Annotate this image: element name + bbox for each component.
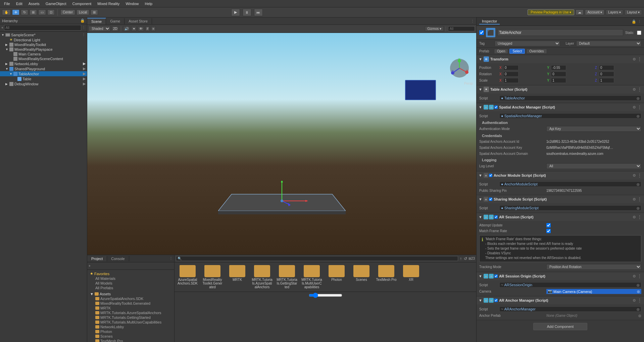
play-button[interactable]: ▶	[231, 9, 240, 16]
scene-viewport[interactable]: Y X Z	[87, 33, 476, 255]
menu-item-component[interactable]: Component	[69, 1, 94, 6]
hierarchy-more-icon[interactable]: ⋮	[82, 26, 86, 30]
refresh-button[interactable]: ↺	[463, 256, 468, 261]
visibility-button[interactable]: 👁	[138, 26, 144, 31]
options-icon[interactable]: ▶	[83, 61, 86, 66]
networklobby-item[interactable]: NetworkLobby	[90, 325, 171, 329]
mrtk-generated-item[interactable]: MixedRealityToolkit.Generated	[90, 301, 171, 306]
center-button[interactable]: Center	[60, 9, 75, 15]
asset-folder-mrtk-getting[interactable]: MRTK.Tutorials.GettingStarted	[275, 264, 299, 290]
scene-options-icon[interactable]: ⋮	[469, 18, 476, 24]
hierarchy-item-maincamera[interactable]: Main Camera	[0, 52, 87, 56]
hierarchy-item-networklobby[interactable]: ▶ NetworkLobby ▶	[0, 61, 87, 66]
rotation-y-input[interactable]: 0	[551, 72, 566, 77]
anchor-prefab-select-button[interactable]: ◎	[638, 314, 641, 317]
go-active-checkbox[interactable]	[479, 30, 484, 35]
asset-folder-mrtk-multi[interactable]: MRTK.Tutorials.MultiUserCapabilities	[300, 264, 324, 290]
asset-folder-scenes[interactable]: Scenes	[350, 264, 373, 290]
tag-dropdown[interactable]: Untagged	[495, 41, 560, 46]
hierarchy-item-mrscenecontent[interactable]: MixedRealitySceneContent	[0, 56, 87, 61]
scene-options-icon[interactable]: ⋮	[82, 33, 86, 37]
all-models-item[interactable]: All Models	[90, 281, 171, 286]
more-icon[interactable]: ⋮	[638, 19, 641, 24]
textmesh-item[interactable]: TextMesh Pro	[90, 339, 171, 342]
hierarchy-add-button[interactable]: +	[1, 26, 3, 30]
import-button[interactable]: ↑	[459, 256, 462, 261]
menu-item-window[interactable]: Window	[123, 1, 141, 6]
ar-anchor-manager-header[interactable]: ▼ ◈ ◈ AR Anchor Manager (Script) ⚙ ⋮	[477, 296, 644, 304]
transform-tool-button[interactable]: ⊡	[47, 9, 55, 15]
position-z-input[interactable]: 0	[599, 65, 614, 70]
asset-folder-mrtk-azure[interactable]: MRTK.Tutorials.AzureSpatialAnchors	[250, 264, 274, 290]
all-prefabs-item[interactable]: All Prefabs	[90, 286, 171, 290]
rotation-z-input[interactable]: 0	[599, 72, 614, 77]
menu-item-gameobject[interactable]: GameObject	[43, 1, 69, 6]
hierarchy-item-table[interactable]: Table ▶	[0, 76, 87, 81]
asset-folder-textmesh[interactable]: TextMesh Pro	[375, 264, 398, 290]
shading-dropdown[interactable]: Shaded	[89, 26, 110, 32]
options-icon[interactable]: ▶	[83, 67, 86, 71]
comp-enable-checkbox[interactable]	[494, 105, 498, 109]
rect-tool-button[interactable]: ▭	[38, 9, 46, 15]
options-icon[interactable]: ▶	[83, 77, 86, 81]
hierarchy-item-tableanchor[interactable]: ▼ TableAnchor ▶	[0, 71, 87, 76]
menu-item-edit[interactable]: Edit	[13, 1, 25, 6]
scene-tab[interactable]: Scene	[87, 18, 106, 25]
menu-item-mixedreality[interactable]: Mixed Reality	[95, 1, 122, 6]
panel-options-icon[interactable]: ⋮	[168, 256, 174, 261]
more-icon[interactable]: ⋮	[637, 173, 642, 178]
zoom-slider[interactable]	[309, 293, 342, 298]
attempt-update-checkbox[interactable]	[546, 223, 551, 227]
layer-dropdown[interactable]: Default	[576, 41, 642, 46]
comp-enable-checkbox[interactable]	[494, 274, 498, 278]
scale-tool-button[interactable]: ⊞	[30, 9, 37, 15]
hierarchy-item-mrplayspace[interactable]: ▼ MixedRealityPlayspace	[0, 47, 87, 52]
transform-header[interactable]: ▼ ⊕ Transform ⚙ ⋮	[477, 55, 644, 63]
comp-enable-checkbox[interactable]	[494, 215, 498, 219]
lock-icon[interactable]: 🔒	[632, 19, 636, 24]
gizmos-button[interactable]: Gizmos ▾	[425, 26, 444, 31]
asset-folder-photon[interactable]: Photon	[325, 264, 348, 290]
options-icon[interactable]: ▶	[83, 72, 86, 76]
sharing-module-header[interactable]: ▼ ◈ Sharing Module Script (Script) ⚙ ⋮	[477, 195, 644, 203]
pause-button[interactable]: ⏸	[243, 9, 251, 16]
hierarchy-search-input[interactable]	[4, 25, 81, 31]
go-name-input[interactable]	[497, 29, 623, 36]
preview-packages-button[interactable]: Preview Packages in Use ▾	[528, 9, 574, 15]
local-button[interactable]: Local	[77, 9, 89, 15]
cloud-button[interactable]: ☁	[576, 9, 584, 15]
prefab-open-button[interactable]: Open	[494, 49, 508, 54]
project-tab[interactable]: Project	[87, 256, 107, 261]
position-y-input[interactable]: -0.55	[551, 65, 566, 70]
assets-search-input[interactable]	[176, 256, 458, 261]
scale-x-input[interactable]: 1	[503, 78, 518, 83]
menu-item-assets[interactable]: Assets	[26, 1, 42, 6]
more-icon[interactable]: ⋮	[637, 197, 642, 202]
hierarchy-item-directionallight[interactable]: ☀ Directional Light	[0, 37, 87, 42]
hierarchy-lock-icon[interactable]: 🔒	[80, 18, 85, 23]
table-anchor-header[interactable]: ▼ ✦ Table Anchor (Script) ⚙ ⋮	[477, 85, 644, 93]
all-materials-item[interactable]: All Materials	[90, 276, 171, 281]
spatial-anchor-manager-header[interactable]: ▼ ◈ ◈ Spatial Anchor Manager (Script) ⚙ …	[477, 103, 644, 111]
more-icon[interactable]: ⋮	[637, 298, 642, 303]
script-select-button[interactable]: ◎	[637, 114, 640, 118]
effects-button[interactable]: ✦	[131, 26, 137, 31]
comp-enable-checkbox[interactable]	[489, 174, 492, 177]
inspector-tab[interactable]: Inspector	[479, 18, 500, 25]
settings-icon[interactable]: ⚙	[633, 298, 636, 303]
account-button[interactable]: Account ▾	[585, 9, 604, 15]
hierarchy-item-debugwindow[interactable]: ▶ DebugWindow ▶	[0, 81, 87, 86]
2d-button[interactable]: 2D	[112, 26, 119, 31]
comp-enable-checkbox[interactable]	[494, 299, 498, 302]
more-icon[interactable]: ⋮	[637, 214, 642, 220]
position-x-input[interactable]: 0	[503, 65, 518, 70]
grid-button[interactable]: ⊞	[91, 9, 98, 15]
hand-tool-button[interactable]: ✋	[2, 9, 11, 15]
menu-item-help[interactable]: Help	[142, 1, 155, 6]
comp-enable-checkbox[interactable]	[489, 198, 492, 201]
mrtk-item[interactable]: MRTK	[90, 306, 171, 310]
settings-icon[interactable]: ⚙	[633, 197, 636, 202]
anchor-module-header[interactable]: ▼ ◈ Anchor Module Script (Script) ⚙ ⋮	[477, 171, 644, 179]
rotate-tool-button[interactable]: ↻	[21, 9, 28, 15]
step-button[interactable]: ⏭	[254, 9, 263, 16]
